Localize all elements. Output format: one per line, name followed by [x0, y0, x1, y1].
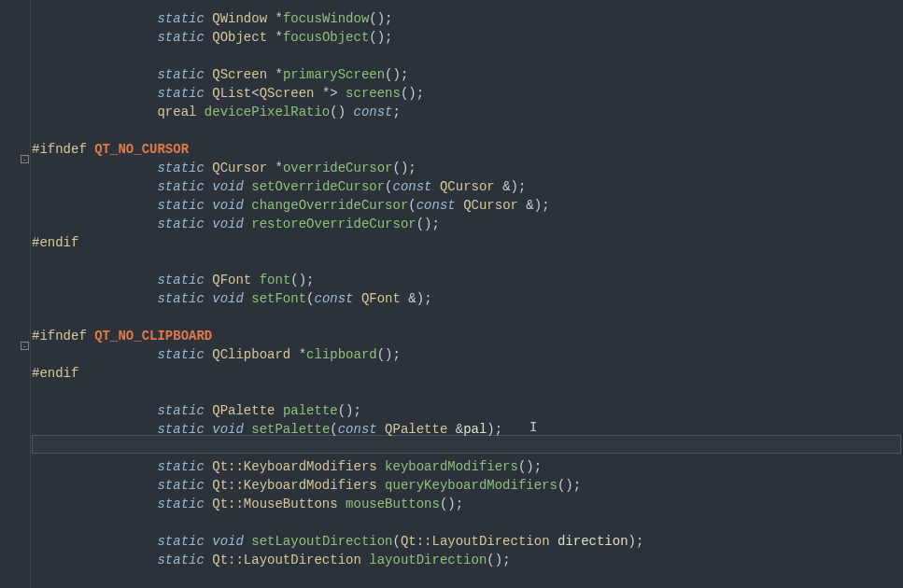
token-op: &);: [518, 198, 550, 213]
token-op: (: [408, 198, 416, 213]
editor-gutter: [0, 0, 31, 588]
token-param: direction: [557, 534, 628, 549]
token-kw: static: [157, 553, 204, 567]
token-op: [205, 273, 212, 287]
token-op: [205, 161, 212, 175]
token-kw: static: [157, 30, 204, 45]
token-op: [205, 459, 212, 474]
code-line[interactable]: #ifndef QT_NO_CLIPBOARD: [32, 327, 903, 345]
token-op: ;: [393, 105, 401, 119]
code-line[interactable]: static void setFont(const QFont &);: [32, 289, 903, 308]
token-op: [244, 291, 251, 306]
token-op: );: [487, 422, 502, 437]
code-line[interactable]: static void setLayoutDirection(Qt::Layou…: [32, 532, 903, 551]
token-op: (: [330, 422, 337, 437]
token-pre: #endif: [32, 235, 78, 250]
token-op: [377, 478, 385, 493]
code-line[interactable]: [32, 47, 903, 65]
fold-toggle[interactable]: -: [21, 155, 29, 163]
code-line[interactable]: #endif: [32, 364, 903, 383]
token-op: ();: [385, 67, 408, 82]
text-caret: I: [529, 418, 530, 433]
code-line[interactable]: static Qt::KeyboardModifiers keyboardMod…: [32, 457, 903, 476]
token-op: [205, 497, 212, 511]
token-op: [87, 142, 94, 157]
token-func: setOverrideCursor: [251, 179, 385, 194]
token-kw: static: [157, 11, 204, 26]
token-op: ();: [290, 273, 314, 287]
code-line[interactable]: static QCursor *overrideCursor();: [32, 159, 903, 177]
code-line[interactable]: #endif: [32, 233, 903, 252]
token-op: [550, 534, 557, 549]
token-op: [354, 291, 361, 306]
code-line[interactable]: [32, 513, 903, 532]
token-op: [244, 422, 251, 437]
token-op: [205, 534, 212, 549]
token-op: ();: [416, 217, 440, 231]
token-kw: static: [157, 291, 204, 306]
token-kw: static: [157, 273, 204, 287]
token-typens: Qt::KeyboardModifiers: [212, 478, 376, 493]
token-op: *: [267, 11, 283, 26]
token-typens: Qt::LayoutDirection: [212, 553, 361, 567]
token-op: (): [330, 105, 353, 119]
token-func: setFont: [251, 291, 306, 306]
token-kw: static: [157, 161, 204, 175]
token-op: ();: [401, 86, 424, 101]
token-kw: static: [157, 198, 204, 213]
token-kw: static: [157, 459, 204, 474]
code-line[interactable]: static void changeOverrideCursor(const Q…: [32, 196, 903, 215]
code-line[interactable]: static Qt::LayoutDirection layoutDirecti…: [32, 551, 903, 569]
code-line[interactable]: static QClipboard *clipboard();: [32, 345, 903, 364]
token-op: &);: [495, 179, 527, 194]
token-op: );: [628, 534, 644, 549]
code-line[interactable]: static void setOverrideCursor(const QCur…: [32, 177, 903, 196]
code-area[interactable]: static QWindow *focusWindow(); static QO…: [32, 9, 903, 569]
fold-toggle[interactable]: -: [21, 342, 29, 350]
token-type: QPalette: [212, 403, 275, 418]
token-op: [244, 534, 251, 549]
code-line[interactable]: [32, 252, 903, 271]
token-kw: static: [157, 497, 204, 511]
code-line[interactable]: static QFont font();: [32, 271, 903, 289]
token-op: (: [393, 534, 401, 549]
code-line[interactable]: static void restoreOverrideCursor();: [32, 215, 903, 233]
code-line[interactable]: [32, 439, 903, 457]
token-op: [432, 179, 440, 194]
token-op: *: [290, 347, 306, 362]
code-line[interactable]: static void setPalette(const QPalette &p…: [32, 420, 903, 439]
code-line[interactable]: [32, 308, 903, 327]
token-op: [205, 217, 212, 231]
token-type: QCursor: [212, 161, 267, 175]
token-op: ();: [487, 553, 510, 567]
token-kw: void: [212, 198, 244, 213]
token-func: focusObject: [283, 30, 369, 45]
token-op: [205, 11, 212, 26]
token-type: QScreen: [260, 86, 315, 101]
token-func: primaryScreen: [283, 67, 385, 82]
token-kw: void: [212, 291, 244, 306]
token-op: *: [267, 161, 283, 175]
token-type: QCursor: [463, 198, 518, 213]
token-kw: const: [338, 422, 377, 437]
code-line[interactable]: [32, 383, 903, 401]
code-line[interactable]: static Qt::KeyboardModifiers queryKeyboa…: [32, 476, 903, 495]
code-line[interactable]: static QPalette palette();: [32, 401, 903, 420]
token-kw: const: [416, 198, 456, 213]
code-line[interactable]: static QObject *focusObject();: [32, 28, 903, 47]
token-kw: static: [157, 347, 204, 362]
code-line[interactable]: #ifndef QT_NO_CURSOR: [32, 140, 903, 159]
token-typens: Qt::MouseButtons: [212, 497, 337, 511]
token-op: [456, 198, 463, 213]
code-line[interactable]: [32, 121, 903, 140]
code-line[interactable]: static QScreen *primaryScreen();: [32, 65, 903, 84]
code-line[interactable]: static QList<QScreen *> screens();: [32, 84, 903, 103]
token-func: setPalette: [251, 422, 330, 437]
token-typens: Qt::KeyboardModifiers: [212, 459, 376, 474]
code-line[interactable]: qreal devicePixelRatio() const;: [32, 103, 903, 121]
token-kw: static: [157, 67, 204, 82]
token-func: font: [260, 273, 291, 287]
token-op: [205, 553, 212, 567]
code-line[interactable]: static Qt::MouseButtons mouseButtons();: [32, 495, 903, 513]
code-line[interactable]: static QWindow *focusWindow();: [32, 9, 903, 28]
